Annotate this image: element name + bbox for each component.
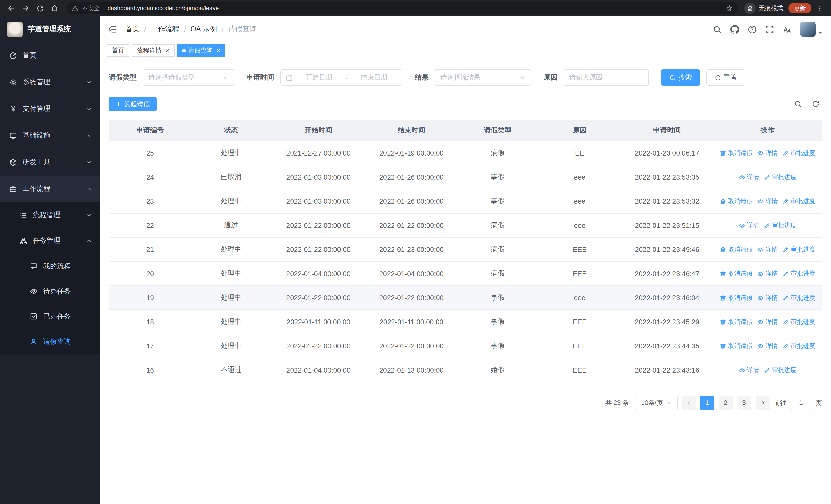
table-row[interactable]: 25处理中2021-12-27 00:00:002022-01-19 00:00… [109, 141, 822, 165]
breadcrumb-item[interactable]: 工作流程 [151, 25, 179, 34]
tab-item[interactable]: 流程详情× [132, 44, 174, 57]
page-number[interactable]: 2 [718, 396, 733, 410]
table-row[interactable]: 20处理中2022-01-04 00:00:002022-01-04 00:00… [109, 262, 822, 286]
range-separator: - [345, 73, 348, 81]
cell-status: 处理中 [192, 245, 270, 254]
op-progress-link[interactable]: 审批进度 [764, 366, 797, 375]
op-detail-link[interactable]: 详情 [757, 197, 778, 206]
table-row[interactable]: 19处理中2022-01-22 00:00:002022-01-22 00:00… [109, 286, 822, 310]
search-button[interactable]: 搜索 [661, 69, 700, 86]
op-detail-link[interactable]: 详情 [757, 269, 778, 278]
reset-button[interactable]: 重置 [706, 69, 745, 86]
page-number[interactable]: 1 [700, 396, 714, 410]
browser-home-button[interactable] [48, 2, 61, 14]
table-row[interactable]: 23处理中2022-01-03 00:00:002022-01-26 00:00… [109, 189, 822, 213]
tab-item[interactable]: 首页 [107, 44, 130, 57]
op-cancel-link[interactable]: 取消请假 [720, 245, 753, 254]
op-progress-link[interactable]: 审批进度 [782, 149, 815, 157]
github-icon[interactable] [730, 25, 739, 34]
table-row[interactable]: 21处理中2022-01-22 00:00:002022-01-23 00:00… [109, 238, 822, 262]
column-header: 结束时间 [366, 126, 457, 135]
fullscreen-icon[interactable] [765, 25, 774, 34]
sidebar-item[interactable]: 支付管理 [0, 95, 99, 122]
op-cancel-link[interactable]: 取消请假 [720, 149, 753, 157]
sidebar-item[interactable]: 已办任务 [0, 304, 99, 329]
cell-type: 事假 [457, 197, 539, 206]
sidebar-item[interactable]: 工作流程 [0, 176, 99, 202]
op-cancel-link[interactable]: 取消请假 [720, 318, 753, 326]
sidebar-item[interactable]: 任务管理 [0, 228, 99, 254]
browser-menu-button[interactable] [813, 2, 826, 14]
op-progress-link[interactable]: 审批进度 [764, 173, 797, 181]
op-detail-link[interactable]: 详情 [757, 342, 778, 350]
op-detail-link[interactable]: 详情 [739, 173, 759, 181]
page-content: 请假类型 请选择请假类型 申请时间 开始日期 - 结束日期 结果 请选择流结果 [99, 59, 831, 504]
gear-icon [9, 78, 17, 86]
op-detail-link[interactable]: 详情 [757, 318, 778, 326]
op-cancel-link[interactable]: 取消请假 [720, 342, 753, 350]
table-row[interactable]: 22通过2022-01-22 00:00:002022-01-22 00:00:… [109, 213, 822, 238]
op-progress-link[interactable]: 审批进度 [782, 197, 815, 206]
next-page-button[interactable] [755, 396, 770, 410]
header: 首页/工作流程/OA 示例/请假查询 [99, 17, 831, 42]
address-bar[interactable]: 不安全 dashboard.yudao.iocoder.cn/bpm/oa/le… [67, 2, 738, 14]
op-progress-link[interactable]: 审批进度 [782, 245, 815, 254]
browser-back-button[interactable] [5, 2, 18, 14]
op-detail-link[interactable]: 详情 [739, 221, 759, 230]
op-detail-link[interactable]: 详情 [757, 293, 778, 302]
page-size-select[interactable]: 10条/页 [636, 396, 677, 410]
op-progress-link[interactable]: 审批进度 [764, 221, 797, 230]
table-row[interactable]: 17处理中2022-01-22 00:00:002022-01-22 00:00… [109, 334, 822, 358]
security-label: 不安全 [82, 4, 100, 12]
refresh-table-icon[interactable] [811, 100, 820, 108]
op-detail-link[interactable]: 详情 [757, 245, 778, 254]
sidebar-item[interactable]: 请假查询 [0, 329, 99, 354]
user-avatar[interactable] [800, 22, 823, 37]
table-row[interactable]: 18处理中2022-01-11 00:00:002022-01-11 00:00… [109, 310, 822, 334]
op-detail-link[interactable]: 详情 [739, 366, 759, 375]
breadcrumb-item[interactable]: 首页 [125, 25, 140, 34]
page-number[interactable]: 3 [737, 396, 751, 410]
result-select[interactable]: 请选择流结果 [435, 69, 531, 86]
op-progress-link[interactable]: 审批进度 [782, 318, 815, 326]
search-icon[interactable] [713, 25, 722, 34]
close-icon[interactable]: × [216, 47, 220, 54]
op-cancel-link[interactable]: 取消请假 [720, 197, 753, 206]
leave-type-select[interactable]: 请选择请假类型 [143, 69, 234, 86]
bookmark-star-icon[interactable] [726, 5, 733, 12]
op-progress-link[interactable]: 审批进度 [782, 293, 815, 302]
op-progress-link[interactable]: 审批进度 [782, 269, 815, 278]
op-progress-link[interactable]: 审批进度 [782, 342, 815, 350]
help-icon[interactable] [748, 25, 756, 34]
table-row[interactable]: 16不通过2022-01-04 00:00:002022-01-13 00:00… [109, 358, 822, 382]
op-detail-link[interactable]: 详情 [757, 149, 778, 157]
cell-end: 2022-01-19 00:00:00 [366, 149, 457, 157]
delete-icon [720, 150, 726, 156]
op-cancel-link[interactable]: 取消请假 [720, 293, 753, 302]
font-size-icon[interactable] [783, 25, 792, 34]
goto-page-input[interactable]: 1 [791, 396, 811, 410]
tab-active[interactable]: 请假查询× [177, 44, 225, 57]
date-range-picker[interactable]: 开始日期 - 结束日期 [280, 69, 402, 86]
create-leave-button[interactable]: 发起请假 [109, 97, 156, 111]
toggle-search-icon[interactable] [794, 100, 802, 108]
sidebar-toggle-icon[interactable] [108, 25, 117, 34]
reason-input[interactable]: 请输入原因 [564, 69, 649, 86]
update-button[interactable]: 更新 [789, 3, 811, 13]
prev-page-button[interactable] [681, 396, 696, 410]
close-icon[interactable]: × [165, 47, 169, 54]
create-leave-label: 发起请假 [124, 100, 150, 109]
sidebar-item[interactable]: 基础设施 [0, 122, 99, 149]
table-row[interactable]: 24已取消2022-01-03 00:00:002022-01-26 00:00… [109, 165, 822, 189]
sidebar-item[interactable]: 首页 [0, 42, 99, 69]
sidebar-item[interactable]: 我的流程 [0, 254, 99, 279]
sidebar-item[interactable]: 系统管理 [0, 69, 99, 95]
op-cancel-link[interactable]: 取消请假 [720, 269, 753, 278]
breadcrumb-item[interactable]: OA 示例 [191, 25, 217, 34]
browser-forward-button[interactable] [20, 2, 32, 14]
op-label: 审批进度 [791, 342, 815, 350]
sidebar-item[interactable]: 研发工具 [0, 149, 99, 176]
sidebar-item[interactable]: 待办任务 [0, 279, 99, 304]
sidebar-item[interactable]: 流程管理 [0, 202, 99, 228]
browser-reload-button[interactable] [34, 2, 46, 14]
